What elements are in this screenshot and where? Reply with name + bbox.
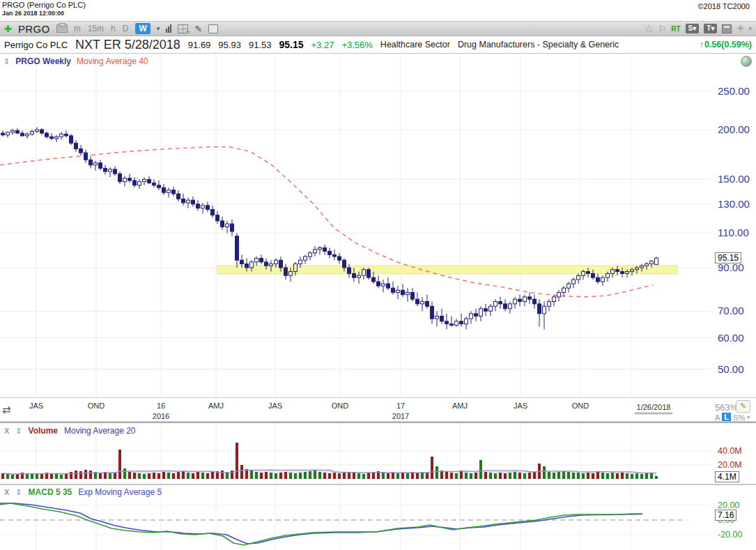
chart-style-icon[interactable] — [166, 24, 171, 33]
realtime-badge: RT — [671, 25, 680, 33]
quote-last: 95.15 — [279, 39, 303, 50]
price-tick-label: 250.00 — [718, 86, 756, 97]
toolbar-overflow-icon[interactable]: ▾ — [748, 25, 752, 32]
macd-resize-icon[interactable]: ⇕ — [15, 488, 22, 497]
copyright-label: ©2018 TC2000 — [697, 1, 754, 21]
draw-pencil-icon[interactable]: ✎ — [194, 24, 202, 34]
refresh-icon[interactable]: ⇄ — [2, 404, 11, 416]
timeframe-w-button[interactable]: W — [135, 23, 150, 34]
legend-symbol[interactable]: PRGO Weekly — [15, 56, 71, 66]
price-tick-label: 150.00 — [718, 174, 756, 185]
timeframe-h-button[interactable]: h — [111, 24, 116, 33]
main-toolbar: ✚ PRGO m15mhDW ▾ + ✎ ☆ ⚐ RT S▾ T▾ ✚ ▾ — [0, 21, 756, 36]
date-tick-label: JAS — [268, 402, 282, 410]
quote-high: 95.93 — [218, 40, 241, 50]
quote-low: 91.53 — [249, 40, 272, 50]
add-symbol-icon[interactable]: ✚ — [4, 24, 12, 34]
scale-percent-button[interactable]: S% — [733, 413, 745, 422]
timeframe-15m-button[interactable]: 15m — [88, 24, 104, 33]
pane-resize-icon[interactable]: ⇕ — [3, 57, 10, 66]
timeframe-dropdown-icon[interactable]: ▾ — [157, 25, 160, 32]
volume-close-button[interactable]: X — [4, 427, 9, 435]
price-chart-canvas[interactable] — [0, 0, 756, 550]
volume-legend[interactable]: Volume — [29, 426, 58, 436]
date-tick-label: OND — [572, 402, 589, 410]
notes-icon[interactable] — [208, 24, 218, 33]
symbol-box[interactable]: PRGO — [18, 23, 50, 35]
macd-close-button[interactable]: X — [4, 488, 9, 496]
globe-icon[interactable] — [741, 56, 752, 67]
quote-bar: Perrigo Co PLC NXT ER 5/28/2018 91.69 95… — [0, 36, 756, 54]
flag-icon[interactable]: ⚐ — [658, 24, 667, 34]
price-tick-label: 200.00 — [718, 124, 756, 135]
year-tick-label: 2017 — [392, 412, 409, 420]
next-earnings: NXT ER 5/28/2018 — [75, 38, 180, 52]
industry-link[interactable]: Drug Manufacturers - Specialty & Generic — [458, 40, 619, 49]
quote-open: 91.69 — [188, 40, 211, 50]
quote-change: +3.27 — [311, 40, 334, 50]
volume-resize-icon[interactable]: ⇕ — [15, 427, 22, 436]
date-tick-label: OND — [88, 402, 105, 410]
save-icon[interactable] — [722, 24, 732, 33]
date-tick-label: 16 — [157, 402, 165, 410]
date-tick-label: 17 — [396, 402, 405, 410]
title-bar: PRGO (Perrigo Co PLC) Jan 26 2018 12:00:… — [0, 0, 756, 21]
chart-date-divider — [0, 397, 756, 398]
chart-timestamp: Jan 26 2018 12:00:00 — [2, 10, 86, 17]
volume-tick-label: 20.0M — [718, 461, 756, 470]
star-icon[interactable]: ☆ — [645, 23, 654, 34]
edit-scale-icon[interactable]: ✎ — [736, 400, 750, 413]
macd-tick-label: -20.00 — [718, 530, 756, 540]
macd-header: X ⇕ MACD 5 35 Exp Moving Average 5 — [4, 487, 162, 497]
scale-dropdown-icon[interactable]: ▾ — [747, 414, 750, 420]
scan-button[interactable]: S▾ — [686, 24, 700, 33]
date-tick-label: JAS — [29, 402, 43, 410]
price-tick-label: 60.00 — [718, 333, 756, 344]
price-tick-label: 110.00 — [718, 227, 756, 238]
year-tick-label: 2016 — [153, 412, 169, 420]
up-arrow-icon: ↑ — [700, 40, 704, 49]
move-icon[interactable]: ✚ — [736, 24, 743, 33]
legend-ma40[interactable]: Moving Average 40 — [77, 56, 148, 66]
chart-title: PRGO (Perrigo Co PLC) — [2, 1, 86, 10]
date-tick-label: JAS — [514, 402, 527, 410]
price-tick-label: 90.00 — [718, 262, 756, 273]
date-tick-label: AMJ — [452, 402, 468, 410]
grid-settings-icon[interactable]: + — [178, 24, 188, 33]
macd-legend[interactable]: MACD 5 35 — [29, 487, 72, 497]
main-legend: ⇕ PRGO Weekly Moving Average 40 — [3, 56, 148, 66]
quote-change-pct: +3.56% — [341, 40, 372, 50]
volume-tick-label: 40.0M — [718, 447, 756, 456]
volume-header: X ⇕ Volume Moving Average 20 — [4, 426, 136, 436]
timeframe-m-button[interactable]: m — [74, 24, 81, 33]
scale-arithmetic-button[interactable]: A — [715, 413, 720, 422]
last-price-box: 95.15 — [715, 252, 741, 263]
printer-icon[interactable] — [56, 24, 68, 33]
last-volume-box: 4.1M — [715, 471, 739, 482]
price-tick-label: 70.00 — [718, 305, 756, 316]
last-date-label[interactable]: 1/26/2018 — [635, 403, 673, 413]
volume-ma-legend[interactable]: Moving Average 20 — [64, 426, 136, 436]
price-tick-label: 130.00 — [718, 199, 756, 210]
price-tick-label: 50.00 — [718, 364, 756, 375]
macd-ema-legend[interactable]: Exp Moving Average 5 — [78, 487, 162, 497]
company-name: Perrigo Co PLC — [4, 40, 68, 50]
date-tick-label: OND — [332, 402, 348, 410]
toolbar-right-group: ☆ ⚐ RT S▾ T▾ ✚ ▾ — [645, 23, 752, 34]
date-tick-label: AMJ — [208, 402, 224, 410]
day-change-badge: ↑0.56(0.59%) — [700, 40, 752, 49]
pane-splitter-2[interactable] — [0, 484, 756, 485]
tc2000-window: PRGO (Perrigo Co PLC) Jan 26 2018 12:00:… — [0, 0, 756, 550]
template-button[interactable]: T▾ — [704, 24, 717, 33]
zoom-percent-label[interactable]: 563% — [715, 402, 738, 413]
last-macd-box: 7.16 — [715, 510, 736, 521]
sector-link[interactable]: Healthcare Sector — [380, 40, 450, 49]
timeframe-group: m15mhDW — [74, 23, 151, 34]
timeframe-d-button[interactable]: D — [123, 24, 129, 33]
pane-splitter-1[interactable] — [0, 421, 756, 423]
